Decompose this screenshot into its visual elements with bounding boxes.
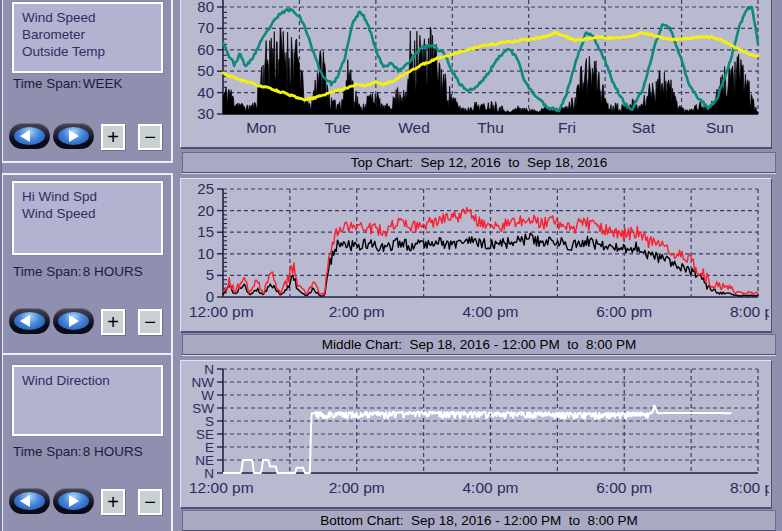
middle-chart-caption: Middle Chart: Sep 18, 2016 - 12:00 PM to…: [182, 334, 776, 355]
right-arrow-icon: [69, 315, 79, 327]
legend-item[interactable]: Wind Speed: [14, 205, 161, 222]
scroll-right-button[interactable]: [53, 488, 94, 514]
svg-text:Sat: Sat: [632, 119, 656, 136]
bottom-chart-panel: NNEESESSWWNWN12:00 pm2:00 pm4:00 pm6:00 …: [180, 360, 772, 509]
middle-chart-panel: 051015202512:00 pm2:00 pm4:00 pm6:00 pm8…: [180, 178, 772, 333]
legend-listbox[interactable]: Wind Direction: [12, 365, 163, 436]
sidebar-section-top-chart: Wind Speed Barometer Outside Temp Time S…: [2, 0, 173, 163]
svg-text:8:00 pm: 8:00 pm: [730, 479, 769, 496]
legend-item[interactable]: Outside Temp: [14, 43, 161, 60]
svg-text:20: 20: [197, 202, 214, 219]
legend-item[interactable]: Barometer: [14, 26, 161, 43]
svg-text:6:00 pm: 6:00 pm: [596, 303, 652, 320]
svg-text:10: 10: [197, 245, 214, 262]
svg-text:Mon: Mon: [246, 119, 276, 136]
svg-text:50: 50: [197, 62, 214, 79]
time-span-row: Time Span: 8 HOURS: [13, 264, 143, 279]
scroll-left-button[interactable]: [9, 488, 50, 514]
svg-text:S: S: [205, 414, 214, 429]
zoom-out-button[interactable]: −: [138, 489, 162, 515]
chart-controls: + −: [9, 123, 167, 150]
time-span-row: Time Span: 8 HOURS: [13, 444, 143, 459]
svg-text:5: 5: [206, 266, 214, 283]
svg-text:W: W: [201, 388, 214, 403]
legend-item[interactable]: Wind Speed: [14, 9, 161, 26]
time-span-value: 8 HOURS: [83, 264, 143, 279]
sidebar-section-middle-chart: Hi Wind Spd Wind Speed Time Span: 8 HOUR…: [2, 173, 173, 356]
left-arrow-icon: [20, 130, 30, 142]
time-span-value: WEEK: [83, 76, 123, 91]
svg-text:70: 70: [197, 19, 214, 36]
scroll-right-button[interactable]: [53, 308, 94, 334]
right-arrow-icon: [69, 495, 79, 507]
svg-text:2:00 pm: 2:00 pm: [329, 303, 385, 320]
legend-listbox[interactable]: Wind Speed Barometer Outside Temp: [12, 2, 163, 73]
svg-text:8:00 pm: 8:00 pm: [730, 303, 769, 320]
svg-text:12:00 pm: 12:00 pm: [189, 479, 254, 496]
svg-text:Fri: Fri: [558, 119, 576, 136]
minus-icon: −: [144, 127, 156, 147]
svg-text:40: 40: [197, 84, 214, 101]
left-arrow-icon: [20, 315, 30, 327]
svg-text:4:00 pm: 4:00 pm: [462, 303, 518, 320]
top-chart-caption: Top Chart: Sep 12, 2016 to Sep 18, 2016: [182, 152, 776, 173]
minus-icon: −: [144, 492, 156, 512]
plus-icon: +: [107, 492, 119, 512]
top-chart-panel: 304050607080MonTueWedThuFriSatSun: [180, 0, 772, 149]
chart-controls: + −: [9, 488, 167, 515]
svg-text:25: 25: [197, 180, 214, 197]
minus-icon: −: [144, 312, 156, 332]
zoom-in-button[interactable]: +: [101, 309, 125, 335]
plus-icon: +: [107, 127, 119, 147]
time-span-label: Time Span:: [13, 76, 79, 91]
scroll-left-button[interactable]: [9, 308, 50, 334]
svg-text:12:00 pm: 12:00 pm: [189, 303, 254, 320]
svg-text:30: 30: [197, 105, 214, 122]
time-span-value: 8 HOURS: [83, 444, 143, 459]
svg-text:NE: NE: [195, 453, 214, 468]
sidebar-section-bottom-chart: Wind Direction Time Span: 8 HOURS + −: [2, 353, 173, 531]
scroll-left-button[interactable]: [9, 123, 50, 149]
svg-text:6:00 pm: 6:00 pm: [596, 479, 652, 496]
right-arrow-icon: [69, 130, 79, 142]
scroll-right-button[interactable]: [53, 123, 94, 149]
time-span-label: Time Span:: [13, 444, 79, 459]
zoom-out-button[interactable]: −: [138, 309, 162, 335]
plus-icon: +: [107, 312, 119, 332]
svg-text:2:00 pm: 2:00 pm: [329, 479, 385, 496]
zoom-out-button[interactable]: −: [138, 124, 162, 150]
time-span-label: Time Span:: [13, 264, 79, 279]
svg-text:Wed: Wed: [398, 119, 430, 136]
svg-text:4:00 pm: 4:00 pm: [462, 479, 518, 496]
svg-text:Tue: Tue: [325, 119, 351, 136]
top-chart: 304050607080MonTueWedThuFriSatSun: [181, 0, 769, 145]
zoom-in-button[interactable]: +: [101, 489, 125, 515]
svg-text:N: N: [204, 362, 214, 377]
left-arrow-icon: [20, 495, 30, 507]
svg-text:80: 80: [197, 0, 214, 15]
chart-controls: + −: [9, 308, 167, 335]
svg-text:E: E: [205, 440, 214, 455]
svg-text:SW: SW: [192, 401, 214, 416]
svg-text:60: 60: [197, 41, 214, 58]
legend-item[interactable]: Hi Wind Spd: [14, 188, 161, 205]
time-span-row: Time Span: WEEK: [13, 76, 123, 91]
svg-text:NW: NW: [192, 375, 215, 390]
weather-app-window: Wind Speed Barometer Outside Temp Time S…: [0, 0, 782, 531]
bottom-chart-caption: Bottom Chart: Sep 18, 2016 - 12:00 PM to…: [182, 510, 776, 531]
legend-item[interactable]: Wind Direction: [14, 372, 161, 389]
svg-text:15: 15: [197, 223, 214, 240]
legend-listbox[interactable]: Hi Wind Spd Wind Speed: [12, 181, 163, 255]
bottom-chart: NNEESESSWWNWN12:00 pm2:00 pm4:00 pm6:00 …: [181, 361, 769, 505]
middle-chart: 051015202512:00 pm2:00 pm4:00 pm6:00 pm8…: [181, 179, 769, 329]
svg-text:SE: SE: [196, 427, 214, 442]
svg-text:Thu: Thu: [477, 119, 504, 136]
zoom-in-button[interactable]: +: [101, 124, 125, 150]
svg-text:Sun: Sun: [706, 119, 734, 136]
